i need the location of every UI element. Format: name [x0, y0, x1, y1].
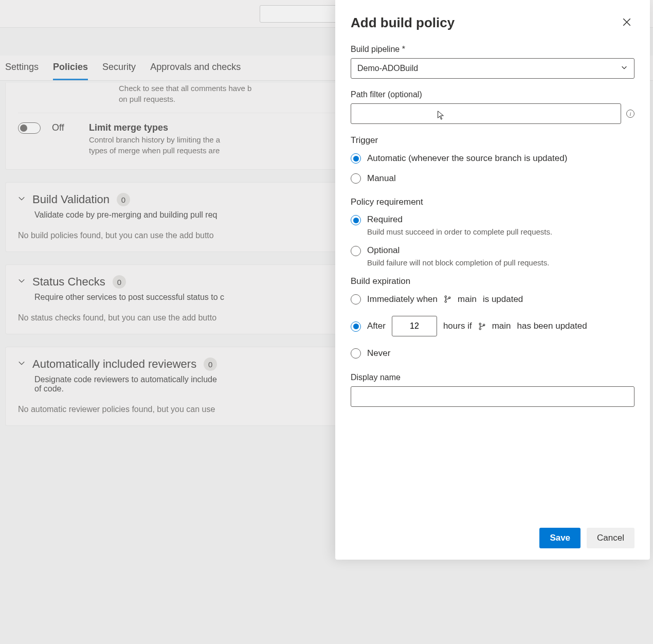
radio-requirement-required[interactable] [351, 215, 361, 225]
radio-expiration-after[interactable] [351, 321, 361, 332]
pipeline-label: Build pipeline * [351, 45, 634, 54]
save-button[interactable]: Save [539, 528, 581, 548]
tab-settings[interactable]: Settings [5, 62, 39, 80]
svg-point-1 [445, 301, 446, 302]
radio-label-suffix: is updated [483, 294, 523, 305]
count-badge: 0 [113, 275, 126, 289]
section-title: Automatically included reviewers [32, 357, 196, 371]
pipeline-selected-value: Demo-ADOBuild [357, 64, 418, 73]
policy-title: Limit merge types [89, 122, 220, 133]
radio-description: Build must succeed in order to complete … [367, 227, 634, 236]
radio-requirement-optional[interactable] [351, 246, 361, 256]
branch-name: main [492, 321, 511, 331]
radio-description: Build failure will not block completion … [367, 258, 634, 267]
radio-label: After [367, 321, 386, 331]
radio-label: Immediately when [367, 294, 438, 305]
policy-desc-line: Check to see that all comments have b [119, 84, 251, 93]
cancel-button[interactable]: Cancel [587, 528, 634, 548]
chevron-down-icon [621, 64, 628, 73]
display-name-label: Display name [351, 373, 634, 382]
policy-desc-line: Control branch history by limiting the a [89, 135, 220, 144]
branch-icon [478, 323, 486, 330]
branch-icon [444, 295, 451, 303]
radio-trigger-manual[interactable] [351, 173, 361, 184]
policy-desc-line: on pull requests. [119, 95, 175, 103]
pipeline-select[interactable]: Demo-ADOBuild [351, 58, 634, 79]
expiration-heading: Build expiration [351, 276, 634, 287]
add-build-policy-panel: Add build policy Build pipeline * Demo-A… [335, 0, 650, 560]
branch-name: main [458, 294, 477, 305]
count-badge: 0 [204, 357, 217, 371]
radio-label: Optional [367, 245, 400, 256]
section-title: Status Checks [32, 275, 105, 289]
requirement-heading: Policy requirement [351, 197, 634, 207]
radio-label: Never [367, 348, 390, 359]
radio-label: Manual [367, 173, 396, 184]
count-badge: 0 [117, 193, 130, 206]
info-icon[interactable]: i [626, 110, 634, 118]
radio-expiration-immediately[interactable] [351, 294, 361, 305]
radio-label-mid: hours if [443, 321, 472, 331]
toggle-state-label: Off [52, 122, 78, 133]
radio-label-suffix: has been updated [517, 321, 587, 331]
path-filter-input[interactable] [351, 103, 621, 124]
svg-point-4 [479, 328, 481, 329]
hours-input[interactable] [392, 316, 437, 336]
radio-label: Required [367, 214, 403, 225]
radio-trigger-automatic[interactable] [351, 153, 361, 164]
tab-security[interactable]: Security [102, 62, 136, 80]
svg-point-0 [445, 296, 446, 297]
display-name-input[interactable] [351, 386, 634, 407]
chevron-down-icon[interactable] [18, 360, 25, 367]
tab-policies[interactable]: Policies [53, 62, 88, 80]
chevron-down-icon[interactable] [18, 195, 25, 202]
trigger-heading: Trigger [351, 135, 634, 146]
radio-expiration-never[interactable] [351, 348, 361, 359]
path-filter-label: Path filter (optional) [351, 90, 634, 99]
close-button[interactable] [619, 14, 634, 31]
tab-approvals[interactable]: Approvals and checks [150, 62, 241, 80]
toggle-limit-merge[interactable] [18, 122, 41, 134]
policy-desc-line: types of merge when pull requests are [89, 146, 220, 155]
section-title: Build Validation [32, 193, 110, 206]
svg-point-3 [479, 323, 481, 325]
chevron-down-icon[interactable] [18, 277, 25, 284]
radio-label: Automatic (whenever the source branch is… [367, 153, 567, 164]
panel-title: Add build policy [351, 15, 455, 31]
